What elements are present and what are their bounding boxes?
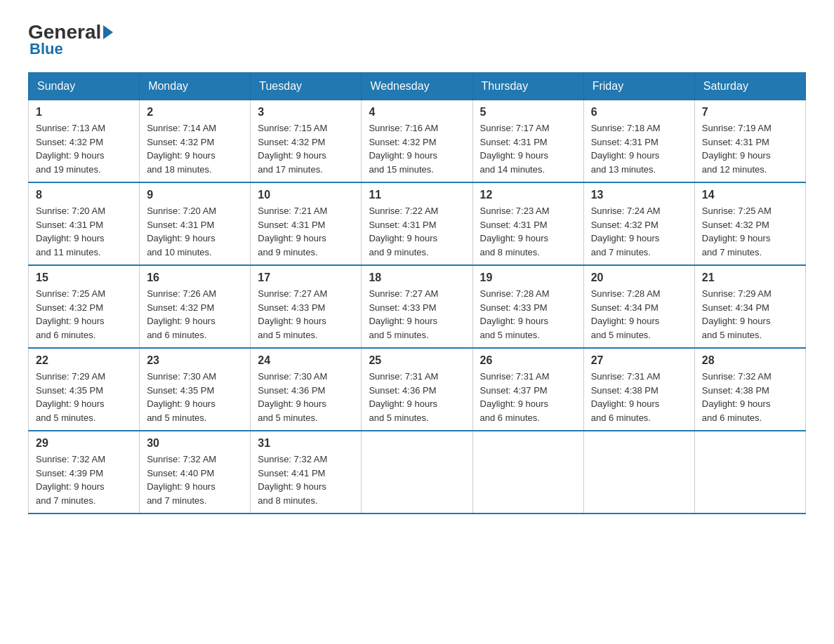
day-info: Sunrise: 7:32 AMSunset: 4:41 PMDaylight:… (258, 452, 354, 507)
day-number: 15 (36, 271, 132, 284)
day-info: Sunrise: 7:18 AMSunset: 4:31 PMDaylight:… (591, 121, 687, 176)
header-monday: Monday (140, 73, 251, 100)
calendar-cell: 3 Sunrise: 7:15 AMSunset: 4:32 PMDayligh… (251, 100, 362, 183)
day-info: Sunrise: 7:19 AMSunset: 4:31 PMDaylight:… (702, 121, 798, 176)
day-number: 19 (480, 271, 576, 284)
day-number: 10 (258, 189, 354, 201)
day-info: Sunrise: 7:16 AMSunset: 4:32 PMDaylight:… (369, 121, 465, 176)
day-info: Sunrise: 7:17 AMSunset: 4:31 PMDaylight:… (480, 121, 576, 176)
calendar-cell: 19 Sunrise: 7:28 AMSunset: 4:33 PMDaylig… (472, 265, 583, 348)
calendar-cell: 14 Sunrise: 7:25 AMSunset: 4:32 PMDaylig… (694, 182, 805, 265)
day-number: 5 (480, 106, 576, 119)
calendar-cell: 11 Sunrise: 7:22 AMSunset: 4:31 PMDaylig… (362, 182, 472, 265)
day-number: 7 (702, 106, 798, 119)
logo-arrow-icon (103, 25, 113, 39)
day-number: 13 (591, 189, 687, 201)
day-info: Sunrise: 7:31 AMSunset: 4:37 PMDaylight:… (480, 370, 576, 424)
day-info: Sunrise: 7:23 AMSunset: 4:31 PMDaylight:… (480, 204, 576, 259)
day-info: Sunrise: 7:32 AMSunset: 4:38 PMDaylight:… (702, 370, 798, 424)
calendar-cell: 30 Sunrise: 7:32 AMSunset: 4:40 PMDaylig… (140, 431, 251, 514)
day-number: 4 (369, 106, 465, 119)
calendar-cell: 16 Sunrise: 7:26 AMSunset: 4:32 PMDaylig… (140, 265, 251, 348)
header-saturday: Saturday (694, 73, 805, 100)
week-row-2: 8 Sunrise: 7:20 AMSunset: 4:31 PMDayligh… (29, 182, 806, 265)
header-friday: Friday (583, 73, 694, 100)
day-info: Sunrise: 7:29 AMSunset: 4:34 PMDaylight:… (702, 287, 798, 342)
day-info: Sunrise: 7:25 AMSunset: 4:32 PMDaylight:… (36, 287, 132, 342)
day-info: Sunrise: 7:20 AMSunset: 4:31 PMDaylight:… (36, 204, 132, 259)
calendar-cell: 7 Sunrise: 7:19 AMSunset: 4:31 PMDayligh… (694, 100, 805, 183)
day-info: Sunrise: 7:26 AMSunset: 4:32 PMDaylight:… (147, 287, 243, 342)
calendar-cell (583, 431, 694, 514)
day-number: 3 (258, 106, 354, 119)
day-info: Sunrise: 7:28 AMSunset: 4:34 PMDaylight:… (591, 287, 687, 342)
calendar-cell: 17 Sunrise: 7:27 AMSunset: 4:33 PMDaylig… (251, 265, 362, 348)
page-header: General Blue (28, 21, 806, 58)
day-number: 20 (591, 271, 687, 284)
header-tuesday: Tuesday (251, 73, 362, 100)
day-number: 26 (480, 354, 576, 367)
calendar-cell: 21 Sunrise: 7:29 AMSunset: 4:34 PMDaylig… (694, 265, 805, 348)
day-number: 1 (36, 106, 132, 119)
day-info: Sunrise: 7:21 AMSunset: 4:31 PMDaylight:… (258, 204, 354, 259)
calendar-cell: 4 Sunrise: 7:16 AMSunset: 4:32 PMDayligh… (362, 100, 472, 183)
header-sunday: Sunday (29, 73, 140, 100)
calendar-cell: 20 Sunrise: 7:28 AMSunset: 4:34 PMDaylig… (583, 265, 694, 348)
day-number: 29 (36, 437, 132, 450)
day-info: Sunrise: 7:14 AMSunset: 4:32 PMDaylight:… (147, 121, 243, 176)
day-info: Sunrise: 7:31 AMSunset: 4:38 PMDaylight:… (591, 370, 687, 424)
day-info: Sunrise: 7:32 AMSunset: 4:39 PMDaylight:… (36, 452, 132, 507)
day-info: Sunrise: 7:29 AMSunset: 4:35 PMDaylight:… (36, 370, 132, 424)
calendar-cell: 29 Sunrise: 7:32 AMSunset: 4:39 PMDaylig… (29, 431, 140, 514)
day-info: Sunrise: 7:27 AMSunset: 4:33 PMDaylight:… (258, 287, 354, 342)
calendar-cell: 23 Sunrise: 7:30 AMSunset: 4:35 PMDaylig… (140, 348, 251, 431)
day-info: Sunrise: 7:32 AMSunset: 4:40 PMDaylight:… (147, 452, 243, 507)
day-info: Sunrise: 7:24 AMSunset: 4:32 PMDaylight:… (591, 204, 687, 259)
calendar-cell: 31 Sunrise: 7:32 AMSunset: 4:41 PMDaylig… (251, 431, 362, 514)
calendar-cell: 28 Sunrise: 7:32 AMSunset: 4:38 PMDaylig… (694, 348, 805, 431)
calendar-cell: 18 Sunrise: 7:27 AMSunset: 4:33 PMDaylig… (362, 265, 472, 348)
week-row-4: 22 Sunrise: 7:29 AMSunset: 4:35 PMDaylig… (29, 348, 806, 431)
day-number: 17 (258, 271, 354, 284)
week-row-1: 1 Sunrise: 7:13 AMSunset: 4:32 PMDayligh… (29, 100, 806, 183)
header-thursday: Thursday (472, 73, 583, 100)
day-number: 25 (369, 354, 465, 367)
day-info: Sunrise: 7:15 AMSunset: 4:32 PMDaylight:… (258, 121, 354, 176)
day-number: 11 (369, 189, 465, 201)
day-info: Sunrise: 7:30 AMSunset: 4:36 PMDaylight:… (258, 370, 354, 424)
day-number: 27 (591, 354, 687, 367)
day-number: 2 (147, 106, 243, 119)
day-number: 14 (702, 189, 798, 201)
day-info: Sunrise: 7:28 AMSunset: 4:33 PMDaylight:… (480, 287, 576, 342)
calendar-cell: 24 Sunrise: 7:30 AMSunset: 4:36 PMDaylig… (251, 348, 362, 431)
day-number: 30 (147, 437, 243, 450)
calendar-cell (694, 431, 805, 514)
calendar-cell: 27 Sunrise: 7:31 AMSunset: 4:38 PMDaylig… (583, 348, 694, 431)
calendar-cell: 1 Sunrise: 7:13 AMSunset: 4:32 PMDayligh… (29, 100, 140, 183)
calendar-cell: 9 Sunrise: 7:20 AMSunset: 4:31 PMDayligh… (140, 182, 251, 265)
calendar-cell: 26 Sunrise: 7:31 AMSunset: 4:37 PMDaylig… (472, 348, 583, 431)
day-number: 24 (258, 354, 354, 367)
logo-blue-text: Blue (29, 40, 63, 58)
day-number: 21 (702, 271, 798, 284)
header-wednesday: Wednesday (362, 73, 472, 100)
day-info: Sunrise: 7:13 AMSunset: 4:32 PMDaylight:… (36, 121, 132, 176)
calendar-cell (472, 431, 583, 514)
day-number: 31 (258, 437, 354, 450)
day-info: Sunrise: 7:25 AMSunset: 4:32 PMDaylight:… (702, 204, 798, 259)
days-header-row: SundayMondayTuesdayWednesdayThursdayFrid… (29, 73, 806, 100)
calendar-cell: 22 Sunrise: 7:29 AMSunset: 4:35 PMDaylig… (29, 348, 140, 431)
day-number: 16 (147, 271, 243, 284)
day-number: 22 (36, 354, 132, 367)
calendar-cell: 25 Sunrise: 7:31 AMSunset: 4:36 PMDaylig… (362, 348, 472, 431)
day-number: 28 (702, 354, 798, 367)
calendar-cell: 6 Sunrise: 7:18 AMSunset: 4:31 PMDayligh… (583, 100, 694, 183)
calendar-cell: 13 Sunrise: 7:24 AMSunset: 4:32 PMDaylig… (583, 182, 694, 265)
logo-area: General Blue (28, 21, 115, 58)
day-number: 9 (147, 189, 243, 201)
calendar-cell: 2 Sunrise: 7:14 AMSunset: 4:32 PMDayligh… (140, 100, 251, 183)
day-info: Sunrise: 7:22 AMSunset: 4:31 PMDaylight:… (369, 204, 465, 259)
day-info: Sunrise: 7:20 AMSunset: 4:31 PMDaylight:… (147, 204, 243, 259)
calendar-table: SundayMondayTuesdayWednesdayThursdayFrid… (28, 72, 806, 514)
calendar-cell: 10 Sunrise: 7:21 AMSunset: 4:31 PMDaylig… (251, 182, 362, 265)
